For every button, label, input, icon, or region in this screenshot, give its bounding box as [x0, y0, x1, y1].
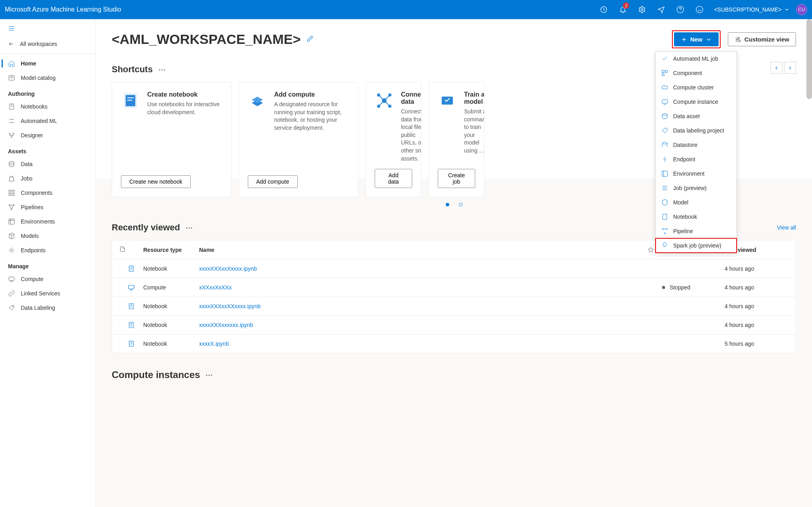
row-status: Stopped — [661, 284, 725, 291]
menu-item-datastore[interactable]: Datastore — [656, 138, 737, 152]
settings-icon[interactable] — [634, 0, 650, 19]
collapse-sidebar-icon[interactable] — [0, 22, 95, 37]
compute-more-icon[interactable]: ⋯ — [205, 370, 213, 379]
sidebar-item-data[interactable]: Data — [0, 157, 95, 171]
pager-dot-2[interactable] — [459, 203, 462, 206]
row-type: Notebook — [143, 322, 199, 328]
sidebar-item-compute[interactable]: Compute — [0, 272, 95, 286]
row-name[interactable]: xXXxxXxXXx — [199, 284, 641, 291]
menu-item-icon — [661, 156, 668, 163]
recent-title: Recently viewed — [112, 222, 180, 233]
card-title: Create notebook — [147, 91, 222, 98]
svg-point-52 — [664, 233, 666, 234]
sidebar-item-label: Components — [21, 190, 52, 196]
sidebar-item-model-catalog[interactable]: Model catalog — [0, 71, 95, 85]
avatar[interactable]: CU — [796, 4, 807, 15]
svg-point-23 — [739, 40, 741, 42]
menu-item-label: Compute instance — [673, 99, 718, 105]
sidebar-item-automated-ml[interactable]: Automated ML — [0, 114, 95, 128]
edit-workspace-icon[interactable] — [306, 35, 314, 44]
back-all-workspaces[interactable]: All workspaces — [0, 37, 95, 51]
menu-item-endpoint[interactable]: Endpoint — [656, 152, 737, 166]
table-row[interactable]: NotebookxxxxXXXxxXxxxx.ipynb4 hours ago — [112, 259, 796, 278]
sidebar-item-environments[interactable]: Environments — [0, 214, 95, 229]
menu-item-data-labeling-project[interactable]: Data labeling project — [656, 123, 737, 138]
row-name[interactable]: xxxxX.ipynb — [199, 341, 641, 347]
subscription-selector[interactable]: <SUBSCRIPTION_NAME> — [711, 6, 793, 13]
sidebar-item-models[interactable]: Models — [0, 229, 95, 243]
sidebar-item-label: Notebooks — [21, 103, 47, 110]
notifications-icon[interactable]: 2 — [615, 0, 631, 19]
sidebar-item-components[interactable]: Components — [0, 186, 95, 200]
svg-point-47 — [664, 158, 666, 160]
card-create-notebook[interactable]: Create notebook Use notebooks for intera… — [112, 82, 231, 197]
new-button[interactable]: New — [674, 32, 719, 46]
sidebar-item-label: Linked Services — [21, 290, 60, 297]
svg-point-22 — [737, 39, 738, 40]
carousel-prev[interactable] — [771, 62, 782, 74]
menu-item-compute-cluster[interactable]: Compute cluster — [656, 80, 737, 95]
help-icon[interactable] — [672, 0, 688, 19]
sidebar-item-data-labeling[interactable]: Data Labeling — [0, 301, 95, 315]
customize-view-button[interactable]: Customize view — [728, 32, 796, 46]
table-row[interactable]: NotebookxxxxXXXxxXXxxxx.ipynb4 hours ago — [112, 297, 796, 316]
sidebar-item-pipelines[interactable]: Pipelines — [0, 200, 95, 214]
menu-item-component[interactable]: Component — [656, 66, 737, 80]
menu-item-pipeline[interactable]: Pipeline — [656, 224, 737, 238]
add-compute-button[interactable]: Add compute — [248, 175, 298, 188]
create-job-button[interactable]: Create job — [438, 169, 475, 188]
row-icon — [119, 284, 143, 291]
svg-point-18 — [11, 250, 13, 252]
menu-item-label: Environment — [673, 170, 705, 177]
svg-rect-12 — [9, 194, 11, 196]
row-name[interactable]: xxxxXXXxxXXxxxx.ipynb — [199, 303, 641, 309]
main-content: <AML_WORKSPACE_NAME> New Customize view — [96, 19, 812, 507]
shortcuts-more-icon[interactable]: ⋯ — [158, 65, 166, 74]
feedback-icon[interactable] — [653, 0, 669, 19]
table-row[interactable]: NotebookxxxxXXXxxxxxx.ipynb4 hours ago — [112, 316, 796, 335]
sidebar-item-home[interactable]: Home — [0, 56, 95, 71]
menu-item-spark-job-preview-[interactable]: Spark job (preview) — [656, 238, 737, 253]
menu-item-job-preview-[interactable]: Job (preview) — [656, 181, 737, 195]
sidebar-item-designer[interactable]: Designer — [0, 128, 95, 143]
pager-dot-1[interactable] — [446, 203, 449, 206]
add-data-button[interactable]: Add data — [375, 169, 412, 188]
compute-icon — [8, 275, 15, 283]
svg-rect-49 — [663, 214, 667, 220]
menu-item-compute-instance[interactable]: Compute instance — [656, 95, 737, 109]
card-connect-data[interactable]: Connect data Connect data from local fil… — [365, 82, 421, 197]
sidebar-item-notebooks[interactable]: Notebooks — [0, 99, 95, 114]
card-add-compute[interactable]: Add compute A designated resource for ru… — [239, 82, 358, 197]
svg-point-29 — [377, 93, 380, 97]
svg-point-50 — [662, 228, 663, 230]
menu-item-automated-ml-job[interactable]: Automated ML job — [656, 51, 737, 66]
svg-rect-19 — [9, 277, 14, 281]
sidebar: All workspaces Home Model catalog Author… — [0, 19, 96, 507]
menu-item-notebook[interactable]: Notebook — [656, 210, 737, 224]
plus-icon — [681, 36, 687, 43]
new-dropdown-menu: Automated ML jobComponentCompute cluster… — [655, 51, 737, 253]
sidebar-item-jobs[interactable]: Jobs — [0, 171, 95, 186]
svg-rect-41 — [666, 70, 668, 72]
row-icon — [119, 303, 143, 310]
smile-icon[interactable] — [691, 0, 707, 19]
create-notebook-button[interactable]: Create new notebook — [121, 175, 191, 188]
row-name[interactable]: xxxxXXXxxXxxxx.ipynb — [199, 265, 641, 272]
sidebar-item-label: Designer — [21, 132, 43, 139]
view-all-link[interactable]: View all — [777, 224, 796, 231]
row-name[interactable]: xxxxXXXxxxxxx.ipynb — [199, 322, 641, 328]
table-row[interactable]: NotebookxxxxX.ipynb5 hours ago — [112, 335, 796, 353]
carousel-next[interactable] — [784, 62, 796, 74]
recent-more-icon[interactable]: ⋯ — [186, 223, 194, 232]
menu-item-label: Endpoint — [673, 156, 695, 162]
sidebar-item-linked-services[interactable]: Linked Services — [0, 286, 95, 301]
menu-item-model[interactable]: Model — [656, 195, 737, 210]
scrollbar-thumb[interactable] — [806, 19, 812, 99]
menu-item-data-asset[interactable]: Data asset — [656, 109, 737, 123]
menu-item-environment[interactable]: Environment — [656, 166, 737, 181]
card-train-model[interactable]: Train a model Submit a command to train … — [429, 82, 484, 197]
sidebar-item-endpoints[interactable]: Endpoints — [0, 243, 95, 257]
recent-icon[interactable] — [596, 0, 612, 19]
table-row[interactable]: ComputexXXxxXxXXxStopped4 hours ago — [112, 278, 796, 297]
notification-badge: 2 — [623, 2, 629, 9]
